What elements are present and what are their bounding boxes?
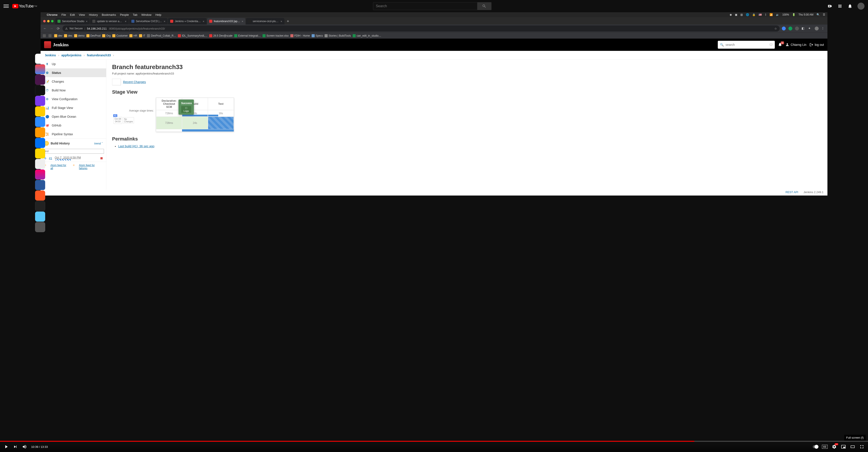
help-icon[interactable]: ⓘ xyxy=(770,43,773,47)
jenkins-notifications[interactable]: 1 xyxy=(778,42,782,47)
mac-menu-bookmarks[interactable]: Bookmarks xyxy=(102,13,116,17)
status-volume-icon[interactable]: 🔉 xyxy=(776,13,779,16)
tooltip-logs-button[interactable]: ☐ Logs xyxy=(181,106,191,113)
run-cell-test[interactable] xyxy=(208,117,234,129)
bookmark-item[interactable] xyxy=(43,34,47,37)
bookmark-item[interactable]: HR xyxy=(129,34,137,37)
bookmark-item[interactable]: FDIH - Home xyxy=(290,34,310,37)
nav-reload-button[interactable]: ⟳ xyxy=(56,26,60,31)
bookmark-item[interactable]: dev xyxy=(54,34,62,37)
window-controls[interactable] xyxy=(42,20,55,25)
sidebar-item-config[interactable]: ⚙ View Configuration xyxy=(40,95,106,103)
bookmark-item[interactable] xyxy=(49,34,53,37)
run-cell-scm[interactable]: 728ms xyxy=(156,117,182,129)
status-battery-icon[interactable]: 🔋 xyxy=(792,13,796,16)
sidebar-item-up[interactable]: ⬆ Up xyxy=(40,60,106,68)
dock-asana-icon[interactable] xyxy=(35,169,45,180)
bookmark-item[interactable]: External Integrati… xyxy=(234,34,261,37)
status-record-icon[interactable]: ◉ xyxy=(730,13,732,16)
status-globe-icon[interactable]: 🌐 xyxy=(746,13,749,16)
build-cancel-icon[interactable] xyxy=(100,157,103,159)
sidebar-item-blueocean[interactable]: 🔵 Open Blue Ocean xyxy=(40,112,106,121)
window-close-icon[interactable] xyxy=(43,20,45,22)
bookmark-item[interactable]: des xyxy=(64,34,72,37)
mac-menu-window[interactable]: Window xyxy=(141,13,151,17)
jenkins-logo[interactable]: Jenkins xyxy=(44,41,69,48)
extensions-icon[interactable]: ✦ xyxy=(808,27,812,30)
bookmark-item[interactable]: can_edit_in_studio… xyxy=(353,34,381,37)
tab-close-icon[interactable]: × xyxy=(164,20,165,23)
yt-apps-icon[interactable] xyxy=(837,3,843,9)
window-min-icon[interactable] xyxy=(47,20,50,22)
yt-logo[interactable]: YouTube TW xyxy=(12,4,37,8)
omnibox[interactable]: ⚠ Not Secure | 54.198.243.211:8080/job/a… xyxy=(62,25,780,32)
browser-tab[interactable]: ServiceNow Studio × xyxy=(55,18,90,25)
yt-avatar[interactable] xyxy=(858,3,865,10)
browser-tab[interactable]: Jenkins » Credentials [Jenkins × xyxy=(168,18,207,25)
window-max-icon[interactable] xyxy=(51,20,54,22)
yt-search-input[interactable] xyxy=(373,2,477,10)
browser-tab[interactable]: servicenow-cicd-plugin/multi × xyxy=(246,18,284,25)
bookmark-item[interactable]: IT xyxy=(139,34,146,37)
sidebar-item-changes[interactable]: 📝 Changes xyxy=(40,77,106,86)
dock-webstorm-icon[interactable] xyxy=(35,106,45,117)
ext-icon-3[interactable] xyxy=(795,27,799,30)
dock-word-icon[interactable] xyxy=(35,180,45,190)
chrome-menu-icon[interactable]: ⋮ xyxy=(821,27,825,30)
run-badge[interactable]: #1 xyxy=(113,114,117,117)
dock-sketch-icon[interactable] xyxy=(35,149,45,159)
profile-avatar-icon[interactable] xyxy=(815,27,819,30)
mac-app-name[interactable]: Chrome xyxy=(47,13,58,17)
sidebar-item-buildnow[interactable]: ⏱ Build Now xyxy=(40,86,106,95)
browser-tab[interactable]: update to version and script t × xyxy=(90,18,129,25)
bookmark-item[interactable]: Screen tracker.xlsx xyxy=(262,34,288,37)
tab-close-icon[interactable]: × xyxy=(242,20,243,23)
browser-tab[interactable]: ServiceNow CI/CD | Jenkins p × xyxy=(129,18,168,25)
tab-close-icon[interactable]: × xyxy=(203,20,205,23)
tab-close-icon[interactable]: × xyxy=(86,20,88,23)
status-hangouts-icon[interactable]: ▣ xyxy=(735,13,737,16)
mac-menu-history[interactable]: History xyxy=(89,13,98,17)
bookmark-item[interactable]: 28.5 Dev@scale xyxy=(209,34,232,37)
sidebar-item-status[interactable]: ⚙ Status xyxy=(40,68,106,77)
dock-vscode-icon[interactable] xyxy=(35,138,45,148)
jenkins-logout-link[interactable]: log out xyxy=(809,43,824,47)
mac-menu-file[interactable]: File xyxy=(61,13,66,17)
sidebar-item-fullstage[interactable]: 📊 Full Stage View xyxy=(40,103,106,112)
tab-close-icon[interactable]: × xyxy=(280,20,282,23)
status-display-icon[interactable]: ▥ xyxy=(740,13,743,16)
yt-notifications-icon[interactable] xyxy=(847,3,852,9)
status-flag-icon[interactable]: 🇺🇸 xyxy=(758,13,762,16)
dock-zoom-icon[interactable] xyxy=(35,117,45,127)
permalink-lastbuild[interactable]: Last build (#1), 36 sec ago xyxy=(118,144,154,148)
dock-terminal-icon[interactable] xyxy=(35,85,45,95)
dock-finder-icon[interactable] xyxy=(35,54,45,64)
crumb-featurebranch[interactable]: featurebranch33 xyxy=(87,54,111,57)
bookmark-item[interactable]: Specs xyxy=(312,34,323,37)
bookmark-item[interactable]: Org xyxy=(102,34,111,37)
bookmark-star-icon[interactable]: ☆ xyxy=(774,27,777,30)
bookmark-item[interactable]: IDL_SummaryAndL… xyxy=(178,34,208,37)
mac-menu-people[interactable]: People xyxy=(120,13,129,17)
status-controlcenter-icon[interactable]: ☰ xyxy=(823,13,825,16)
dock-onenote-icon[interactable] xyxy=(35,96,45,106)
ext-icon-1[interactable] xyxy=(782,27,786,30)
run-cell-build[interactable]: 24s xyxy=(182,117,208,129)
status-clock[interactable]: Thu 5:00 AM xyxy=(799,13,813,16)
dock-excel-icon[interactable] xyxy=(35,159,45,169)
bookmark-item[interactable]: DevProd xyxy=(86,34,101,37)
build-find-input[interactable] xyxy=(43,149,104,154)
build-datetime[interactable]: Oct 7, 2020 8:59 PM xyxy=(55,156,81,159)
dock-chrome-icon[interactable] xyxy=(35,64,45,74)
jenkins-user-link[interactable]: Chiarng Lin xyxy=(785,43,806,47)
crumb-jenkins[interactable]: Jenkins xyxy=(44,54,56,57)
yt-create-icon[interactable] xyxy=(827,3,833,9)
new-tab-button[interactable]: + xyxy=(285,18,291,25)
jenkins-search-input[interactable] xyxy=(725,43,768,46)
yt-search-button[interactable] xyxy=(477,2,492,10)
mac-menu-view[interactable]: View xyxy=(79,13,85,17)
build-number[interactable]: #1 xyxy=(49,157,52,160)
bookmark-item[interactable]: Stories | BuildTools xyxy=(324,34,351,37)
ext-icon-4[interactable]: ◧ xyxy=(802,27,806,30)
tab-close-icon[interactable]: × xyxy=(125,20,127,23)
